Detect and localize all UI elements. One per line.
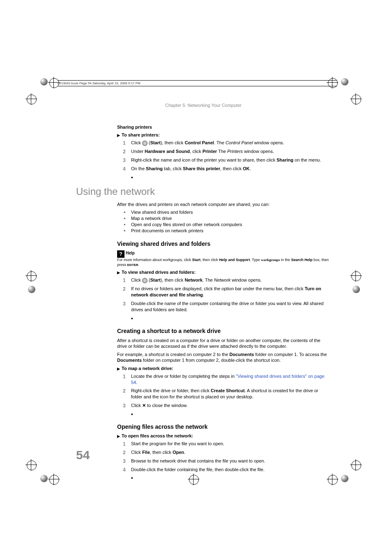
para: For example, a shortcut is created on co… xyxy=(117,352,331,363)
section-sharing-printers-title: Sharing printers xyxy=(117,124,331,130)
book-metadata-line: 8513042.book Page 54 Saturday, April 19,… xyxy=(58,80,337,86)
end-of-procedure-icon xyxy=(131,315,331,320)
step: 2 Under Hardware and Sound, click Printe… xyxy=(123,148,331,155)
step: 2 Right-click the drive or folder, then … xyxy=(123,388,331,400)
page-number: 54 xyxy=(76,448,90,462)
para: After the drives and printers on each ne… xyxy=(117,201,331,207)
step: 1Start the program for the file you want… xyxy=(123,441,331,447)
section-viewing-title: Viewing shared drives and folders xyxy=(117,240,331,247)
registration-mark xyxy=(27,460,36,469)
section-shortcut-title: Creating a shortcut to a network drive xyxy=(117,328,331,334)
step: 1 Click (Start), then click Network. The… xyxy=(123,277,331,283)
steps-map-drive: 1 Locate the drive or folder by completi… xyxy=(123,373,331,409)
print-ball xyxy=(28,286,35,293)
end-of-procedure-icon xyxy=(131,475,331,480)
print-ball xyxy=(40,475,48,482)
step: 1 Click (Start), then click Control Pane… xyxy=(123,140,331,146)
proc-map-drive-title: To map a network drive: xyxy=(117,366,331,371)
proc-share-printers-title: To share printers: xyxy=(117,132,331,137)
print-ball xyxy=(353,286,360,293)
proc-open-files-title: To open files across the network: xyxy=(117,433,331,438)
print-ball xyxy=(341,475,348,482)
step: 2 Click File, then click Open. xyxy=(123,449,331,456)
step: 3Browse to the network drive that contai… xyxy=(123,458,331,464)
step: 3 Right-click the name and icon of the p… xyxy=(123,157,331,163)
step: 2 If no drives or folders are displayed,… xyxy=(123,286,331,298)
list-item: View shared drives and folders xyxy=(123,210,331,215)
step: 4 On the Sharing tab, click Share this p… xyxy=(123,166,331,172)
step: 3 Click ✕ to close the window. xyxy=(123,402,331,409)
steps-share-printers: 1 Click (Start), then click Control Pane… xyxy=(123,140,331,171)
bullet-list: View shared drives and folders Map a net… xyxy=(123,210,331,233)
start-orb-icon xyxy=(142,141,148,146)
section-open-files-title: Opening files across the network xyxy=(117,423,331,430)
chapter-header: Chapter 5: Networking Your Computer xyxy=(76,103,331,108)
step: 3 Double-click the name of the computer … xyxy=(123,301,331,313)
registration-mark xyxy=(351,271,360,280)
page-content: Chapter 5: Networking Your Computer Shar… xyxy=(76,103,331,482)
help-box: ?Help For more information about workgro… xyxy=(117,250,331,267)
registration-mark xyxy=(351,95,360,104)
registration-mark xyxy=(27,95,36,104)
registration-mark xyxy=(351,460,360,469)
registration-mark xyxy=(27,271,36,280)
section-using-network-title: Using the network xyxy=(76,186,331,197)
start-orb-icon xyxy=(142,278,148,283)
step: 4Double-click the folder containing the … xyxy=(123,467,331,473)
print-ball xyxy=(40,78,48,86)
step: 1 Locate the drive or folder by completi… xyxy=(123,373,331,386)
list-item: Open and copy files stored on other netw… xyxy=(123,222,331,227)
close-icon: ✕ xyxy=(142,403,146,408)
steps-open-files: 1Start the program for the file you want… xyxy=(123,441,331,472)
list-item: Print documents on network printers xyxy=(123,228,331,233)
help-icon: ? xyxy=(117,250,125,258)
end-of-procedure-icon xyxy=(131,174,331,179)
registration-mark xyxy=(49,475,58,484)
end-of-procedure-icon xyxy=(131,411,331,416)
steps-view-shared: 1 Click (Start), then click Network. The… xyxy=(123,277,331,312)
print-ball xyxy=(341,78,348,86)
proc-view-shared-title: To view shared drives and folders: xyxy=(117,270,331,275)
list-item: Map a network drive xyxy=(123,216,331,221)
para: After a shortcut is created on a compute… xyxy=(117,338,331,349)
registration-mark xyxy=(49,78,58,87)
